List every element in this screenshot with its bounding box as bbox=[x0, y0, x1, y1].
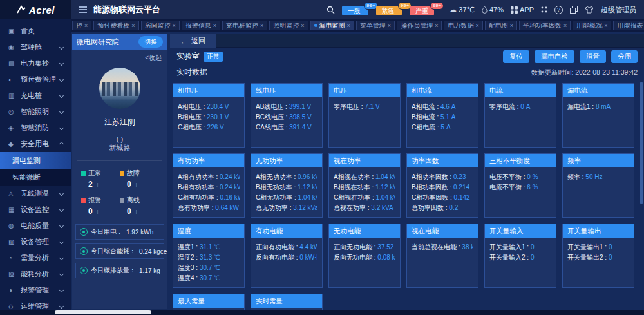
card-row: B相无功功率1.12 kVar bbox=[256, 182, 317, 193]
tab[interactable]: 操作员管理 × bbox=[397, 21, 442, 30]
tab[interactable]: 充电桩监控 × bbox=[222, 21, 267, 30]
sidebar-item[interactable]: ◔ 需量分析 bbox=[0, 250, 71, 266]
card-row: A相功率因数0.23 bbox=[412, 172, 473, 182]
card-row-value: 0 bbox=[531, 243, 535, 251]
tab-close-icon[interactable]: × bbox=[84, 23, 88, 29]
back-button[interactable]: ← 返回 bbox=[170, 34, 216, 48]
collapse-menu-icon[interactable] bbox=[79, 6, 87, 13]
sidebar-item[interactable]: ◍ 电能质量 bbox=[0, 218, 71, 234]
tab-close-icon[interactable]: × bbox=[213, 23, 216, 29]
fullscreen-icon[interactable] bbox=[541, 6, 547, 13]
card-row-value: 0 kW·h bbox=[299, 254, 317, 261]
sidebar-item[interactable]: ▦ 设备监控 bbox=[0, 202, 71, 218]
tab-close-icon[interactable]: × bbox=[510, 23, 513, 29]
card-row: CA线电压391.4 V bbox=[256, 122, 317, 133]
tab[interactable]: 电力数据 × bbox=[444, 21, 482, 30]
alarm-badge[interactable]: 严重 99+ bbox=[410, 6, 434, 15]
device-action-button[interactable]: 分闸 bbox=[611, 50, 638, 63]
horizontal-scrollbar-thumb[interactable] bbox=[55, 310, 151, 314]
tab-close-icon[interactable]: × bbox=[435, 23, 438, 29]
tab-label: 房间监控 bbox=[145, 21, 171, 30]
sidebar-item[interactable]: ◉ 驾驶舱 bbox=[0, 39, 71, 55]
card-row: 温度430.7 ℃ bbox=[178, 273, 240, 283]
status-color-square bbox=[81, 171, 86, 176]
tab-close-icon[interactable]: × bbox=[604, 23, 607, 29]
chevron-icon bbox=[59, 240, 64, 244]
card-row-label: 温度2 bbox=[178, 254, 200, 261]
sidebar-item[interactable]: ▤ 电力集抄 bbox=[0, 55, 71, 72]
tab[interactable]: 控 × bbox=[72, 21, 91, 30]
card-title: 功率因数 bbox=[407, 154, 478, 167]
tab-close-icon[interactable]: × bbox=[301, 23, 304, 29]
sidebar-item-icon: ◬ bbox=[8, 190, 18, 197]
tab-close-icon[interactable]: × bbox=[173, 23, 176, 29]
collapse-panel-link[interactable]: <收起 bbox=[72, 50, 167, 62]
tab[interactable]: 照明监控 × bbox=[269, 21, 308, 30]
tab[interactable]: 漏电监测 × bbox=[310, 21, 354, 30]
tab[interactable]: 菜单管理 × bbox=[356, 21, 395, 30]
tab-close-icon[interactable]: × bbox=[260, 23, 263, 29]
sidebar-item[interactable]: ▧ 设备管理 bbox=[0, 234, 71, 250]
sidebar-item-icon: ▧ bbox=[8, 238, 18, 245]
tab[interactable]: 用能概况 × bbox=[573, 21, 611, 30]
tab[interactable]: 平均功率因数 × bbox=[519, 21, 571, 30]
theme-shirt-icon[interactable] bbox=[585, 6, 594, 14]
metric-label: 今日综合能耗 bbox=[91, 247, 136, 256]
sidebar-item[interactable]: ◑ 报警管理 bbox=[0, 282, 71, 298]
horizontal-scrollbar-track[interactable] bbox=[0, 310, 644, 315]
card-title: 漏电流 bbox=[563, 84, 634, 97]
sidebar-item[interactable]: ◆ 安全用电 bbox=[0, 136, 71, 152]
status-stat-value: 2 bbox=[88, 180, 93, 189]
card-row-label: 开关量输入2 bbox=[489, 254, 531, 261]
alarm-badge[interactable]: 一般 99+ bbox=[342, 6, 368, 15]
app-download-button[interactable]: APP bbox=[511, 6, 534, 14]
tab[interactable]: 报警信息 × bbox=[182, 21, 220, 30]
sidebar-item[interactable]: 智能微断 bbox=[0, 169, 71, 186]
tab[interactable]: 用能报表 × bbox=[613, 21, 644, 30]
card-row-label: C相电流 bbox=[412, 124, 441, 131]
tab-close-icon[interactable]: × bbox=[475, 23, 478, 29]
sidebar-item[interactable]: ◎ 智能照明 bbox=[0, 104, 71, 120]
sidebar-item[interactable]: 漏电监测 bbox=[0, 152, 71, 169]
card-row-value: 0 A bbox=[520, 103, 530, 110]
help-icon[interactable]: ? bbox=[554, 6, 563, 14]
alarm-badge[interactable]: 紧急 99+ bbox=[376, 6, 402, 15]
sidebar-item-label: 充电桩 bbox=[21, 91, 42, 100]
device-action-button[interactable]: 消音 bbox=[580, 50, 606, 63]
tab[interactable]: 配电图 × bbox=[485, 21, 517, 30]
sidebar-item-label: 报警管理 bbox=[21, 285, 49, 295]
vertical-scrollbar[interactable] bbox=[640, 82, 643, 204]
sidebar-item[interactable]: ▥ 充电桩 bbox=[0, 88, 71, 104]
tab[interactable]: 房间监控 × bbox=[141, 21, 180, 30]
card-row: 电流不平衡6 % bbox=[489, 182, 551, 193]
card-row: B相视在功率1.12 kVA bbox=[334, 182, 395, 193]
sidebar-item[interactable]: ◐ 预付费管理 bbox=[0, 72, 71, 88]
status-stat: 正常 2 ↑ bbox=[81, 169, 120, 189]
card-row-label: B相无功功率 bbox=[256, 184, 298, 191]
layers-icon[interactable] bbox=[570, 6, 578, 14]
card-row: 温度330.7 ℃ bbox=[178, 263, 240, 273]
tab-close-icon[interactable]: × bbox=[388, 23, 391, 29]
energy-circle-icon bbox=[80, 267, 88, 274]
tab-label: 用能报表 bbox=[617, 21, 643, 30]
device-action-button[interactable]: 漏电自检 bbox=[535, 50, 574, 63]
data-card: 有功电能 正向有功电能4.4 kW·h 反向有功电能0 kW·h bbox=[251, 224, 323, 288]
sidebar-item-icon: ◉ bbox=[8, 44, 18, 51]
current-user[interactable]: 超级管理员 bbox=[601, 5, 636, 15]
card-row: 当前总视在电能38 kW·h bbox=[412, 242, 473, 253]
tab-close-icon[interactable]: × bbox=[131, 23, 135, 29]
sidebar-item[interactable]: ▨ 能耗分析 bbox=[0, 266, 71, 282]
card-row-value: 0.142 bbox=[454, 194, 470, 201]
switch-site-button[interactable]: 切换 bbox=[138, 36, 163, 48]
card-row: A相电流4.6 A bbox=[412, 102, 473, 112]
sidebar-item[interactable]: ▣ 首页 bbox=[0, 23, 71, 39]
tab-close-icon[interactable]: × bbox=[347, 23, 350, 29]
tab[interactable]: 预付费看板 × bbox=[93, 21, 138, 30]
search-icon[interactable] bbox=[327, 6, 335, 14]
card-row-value: 30.7 ℃ bbox=[200, 264, 220, 271]
sidebar-item[interactable]: ◬ 无线测温 bbox=[0, 186, 71, 202]
tab-close-icon[interactable]: × bbox=[564, 23, 567, 29]
device-action-button[interactable]: 复位 bbox=[503, 50, 529, 63]
tab-label: 操作员管理 bbox=[401, 21, 433, 30]
sidebar-item[interactable]: ◈ 智慧消防 bbox=[0, 120, 71, 136]
